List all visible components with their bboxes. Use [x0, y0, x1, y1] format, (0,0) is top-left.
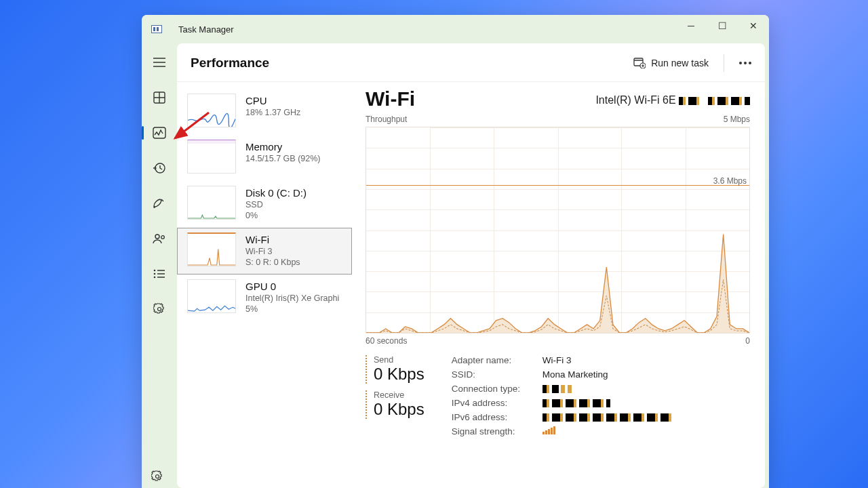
recv-rate: Receive 0 Kbps — [366, 390, 425, 419]
disk-name: Disk 0 (C: D:) — [245, 187, 307, 199]
page-header: Performance Run new task — [177, 43, 765, 82]
more-options-button[interactable] — [739, 62, 751, 64]
resource-item-cpu[interactable]: CPU18% 1.37 GHz — [177, 89, 352, 135]
conn-type-value — [542, 384, 671, 394]
ipv4-label: IPv4 address: — [452, 398, 538, 408]
nav-app-history[interactable] — [151, 160, 167, 176]
close-button[interactable]: ✕ — [738, 15, 769, 37]
gpu-sub2: 5% — [245, 304, 339, 314]
svg-point-8 — [154, 277, 156, 279]
svg-point-5 — [161, 236, 165, 239]
app-title: Task Manager — [178, 24, 234, 35]
maximize-button[interactable]: ☐ — [707, 15, 738, 37]
connection-info: Adapter name:Wi-Fi 3 SSID:Mona Marketing… — [452, 355, 671, 436]
nav-performance[interactable] — [151, 125, 167, 141]
detail-title: Wi-Fi — [366, 87, 415, 110]
detail-adapter: Intel(R) Wi-Fi 6E — [595, 94, 750, 106]
gpu-thumb — [187, 279, 236, 313]
svg-point-9 — [158, 308, 161, 311]
y-max-label: 5 Mbps — [724, 115, 750, 124]
cpu-thumb — [187, 94, 236, 127]
svg-point-7 — [154, 273, 156, 275]
wifi-name: Wi-Fi — [245, 234, 300, 245]
cpu-name: CPU — [245, 95, 300, 106]
gpu-name: GPU 0 — [245, 281, 339, 292]
nav-services[interactable] — [151, 301, 167, 317]
resource-item-gpu[interactable]: GPU 0Intel(R) Iris(R) Xe Graphi5% — [177, 274, 352, 321]
settings-button[interactable] — [151, 470, 163, 485]
wifi-sub2: S: 0 R: 0 Kbps — [245, 258, 300, 267]
resource-list: CPU18% 1.37 GHz Memory14.5/15.7 GB (92%)… — [177, 82, 352, 488]
wifi-thumb — [187, 232, 236, 266]
disk-thumb — [187, 186, 236, 220]
signal-value — [542, 426, 671, 436]
run-task-icon — [633, 58, 646, 68]
gpu-sub1: Intel(R) Iris(R) Xe Graphi — [245, 293, 339, 303]
run-new-task-button[interactable]: Run new task — [633, 58, 709, 68]
memory-name: Memory — [245, 141, 320, 152]
resource-item-disk[interactable]: Disk 0 (C: D:)SSD0% — [177, 181, 352, 228]
svg-point-4 — [155, 235, 159, 239]
page-title: Performance — [191, 56, 269, 70]
minimize-button[interactable]: ─ — [675, 15, 707, 37]
conn-type-label: Connection type: — [452, 384, 538, 394]
x-left: 60 seconds — [366, 336, 407, 346]
adapter-name-value: Wi-Fi 3 — [542, 355, 671, 365]
disk-sub2: 0% — [245, 211, 307, 220]
recv-value: 0 Kbps — [374, 400, 425, 419]
disk-sub1: SSD — [245, 200, 307, 209]
x-right: 0 — [745, 336, 750, 346]
ipv4-value — [542, 398, 671, 408]
send-rate: Send 0 Kbps — [366, 355, 425, 384]
nav-details[interactable] — [151, 266, 167, 282]
run-new-task-label: Run new task — [651, 58, 709, 68]
app-icon — [151, 25, 162, 33]
ssid-label: SSID: — [452, 369, 538, 380]
recv-label: Receive — [374, 390, 425, 400]
signal-label: Signal strength: — [452, 426, 538, 436]
memory-sub: 14.5/15.7 GB (92%) — [245, 154, 320, 163]
nav-processes[interactable] — [151, 89, 167, 106]
svg-point-6 — [154, 270, 156, 272]
send-label: Send — [374, 355, 425, 365]
divider — [724, 54, 724, 72]
svg-point-10 — [156, 475, 159, 479]
memory-thumb — [187, 140, 236, 174]
titlebar[interactable]: Task Manager ─ ☐ ✕ — [142, 15, 769, 43]
throughput-label: Throughput — [366, 115, 407, 124]
nav-users[interactable] — [151, 230, 167, 247]
resource-item-wifi[interactable]: Wi-FiWi-Fi 3S: 0 R: 0 Kbps — [177, 228, 352, 274]
ssid-value: Mona Marketing — [542, 369, 671, 380]
task-manager-window: Task Manager ─ ☐ ✕ Performance — [142, 15, 769, 488]
hamburger-button[interactable] — [151, 54, 167, 70]
ipv6-value — [542, 412, 671, 422]
ipv6-label: IPv6 address: — [452, 412, 538, 422]
resource-item-memory[interactable]: Memory14.5/15.7 GB (92%) — [177, 135, 352, 181]
detail-panel: Wi-Fi Intel(R) Wi-Fi 6E Throughput 5 Mbp… — [352, 82, 765, 488]
cpu-sub: 18% 1.37 GHz — [245, 108, 300, 117]
nav-rail — [142, 43, 177, 488]
send-value: 0 Kbps — [374, 365, 425, 384]
signal-bars-icon — [542, 426, 555, 434]
nav-startup[interactable] — [151, 195, 167, 211]
throughput-chart: 3.6 Mbps — [366, 127, 750, 333]
wifi-sub1: Wi-Fi 3 — [245, 247, 300, 256]
adapter-name-label: Adapter name: — [452, 355, 538, 365]
